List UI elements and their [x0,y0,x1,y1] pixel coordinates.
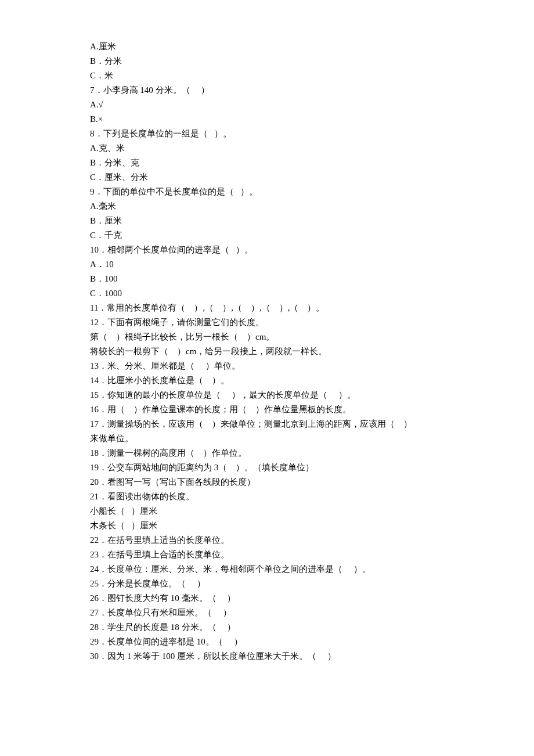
text-line: B．分米、克 [90,156,444,170]
text-line: 来做单位。 [90,431,444,446]
text-line: 第（ ）根绳子比较长，比另一根长（ ）cm。 [90,330,444,344]
text-line: B．100 [90,272,444,286]
text-line: 22．在括号里填上适当的长度单位。 [90,533,444,548]
text-line: 25．分米是长度单位。（ ） [90,577,444,591]
text-line: 11．常用的长度单位有（ ）,（ ）,（ ）,（ ）,（ ）。 [90,301,444,315]
text-line: 8．下列是长度单位的一组是（ ）。 [90,127,444,141]
text-line: A．10 [90,257,444,272]
text-line: 15．你知道的最小的长度单位是（ ），最大的长度单位是（ ）。 [90,388,444,402]
text-line: 18．测量一棵树的高度用（ ）作单位。 [90,446,444,460]
document-page: A.厘米 B．分米 C．米 7．小李身高 140 分米。（ ） A.√ B.× … [0,0,534,664]
text-line: B.× [90,112,444,127]
text-line: 9．下面的单位中不是长度单位的是（ ）。 [90,185,444,199]
text-line: 30．因为 1 米等于 100 厘米，所以长度单位厘米大于米。（ ） [90,649,444,664]
text-line: 16．用（ ）作单位量课本的长度；用（ ）作单位量黑板的长度。 [90,402,444,417]
text-line: 14．比厘米小的长度单位是（ ）。 [90,373,444,388]
text-line: 木条长（ ）厘米 [90,519,444,533]
text-line: 29．长度单位间的进率都是 10。（ ） [90,635,444,649]
text-line: 将较长的一根剪下（ ）cm，给另一段接上，两段就一样长。 [90,344,444,359]
text-line: 7．小李身高 140 分米。（ ） [90,83,444,98]
text-line: 10．相邻两个长度单位间的进率是（ ）。 [90,243,444,257]
text-line: A.√ [90,98,444,112]
text-line: B．分米 [90,54,444,69]
text-line: 26．图钉长度大约有 10 毫米。（ ） [90,591,444,606]
text-line: 21．看图读出物体的长度。 [90,489,444,504]
text-line: 17．测量操场的长，应该用（ ）来做单位；测量北京到上海的距离，应该用（ ） [90,417,444,431]
text-line: C．米 [90,69,444,83]
text-line: A.厘米 [90,39,444,54]
text-line: A.克、米 [90,141,444,156]
text-line: A.毫米 [90,199,444,214]
text-line: C．厘米、分米 [90,170,444,185]
text-line: C．千克 [90,228,444,243]
text-line: 28．学生尺的长度是 18 分米。（ ） [90,620,444,635]
text-line: B．厘米 [90,214,444,228]
text-line: 小船长（ ）厘米 [90,504,444,519]
text-line: 27．长度单位只有米和厘米。（ ） [90,606,444,620]
text-line: 13．米、分米、厘米都是（ ）单位。 [90,359,444,373]
text-line: 24．长度单位：厘米、分米、米，每相邻两个单位之间的进率是（ ）。 [90,562,444,577]
text-line: 19．公交车两站地间的距离约为 3（ ）。（填长度单位） [90,460,444,475]
text-line: C．1000 [90,286,444,301]
text-line: 20．看图写一写（写出下面各线段的长度） [90,475,444,489]
text-line: 12．下面有两根绳子，请你测量它们的长度。 [90,315,444,330]
text-line: 23．在括号里填上合适的长度单位。 [90,548,444,562]
